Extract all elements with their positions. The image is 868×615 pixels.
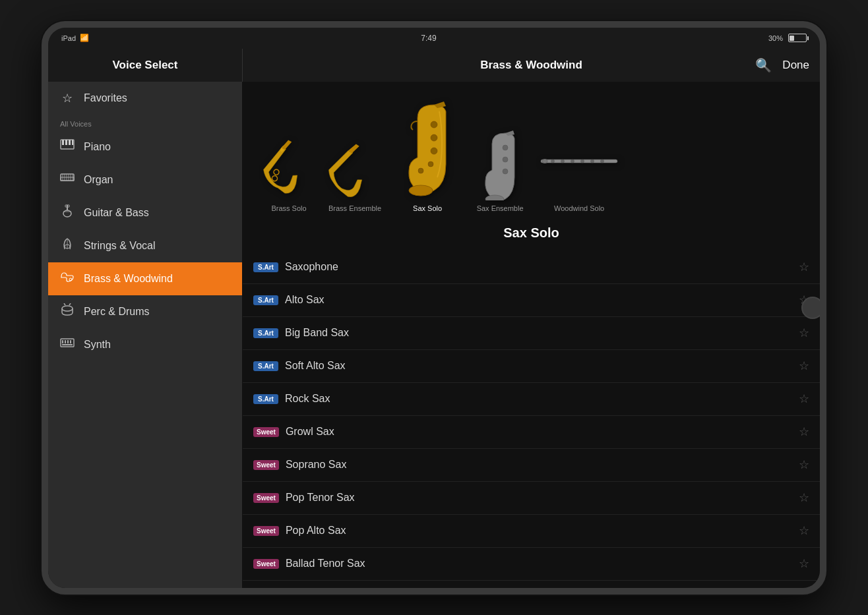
synth-icon — [60, 337, 75, 352]
voice-badge: S.Art — [253, 262, 278, 272]
voice-badge: S.Art — [253, 361, 278, 371]
svg-rect-2 — [65, 140, 67, 145]
sidebar-item-brass-woodwind[interactable]: Brass & Woodwind — [48, 262, 242, 295]
svg-rect-3 — [69, 140, 71, 145]
ipad-screen: iPad 📶 7:49 30% Voice Select Brass & Woo… — [48, 28, 820, 588]
strings-vocal-label: Strings & Vocal — [84, 240, 156, 252]
organ-icon — [60, 172, 75, 187]
voice-item[interactable]: S.Art Big Band Sax ☆ — [243, 317, 820, 350]
voice-item[interactable]: Sweet Ballad Tenor Sax ☆ — [243, 548, 820, 581]
svg-point-41 — [485, 195, 504, 200]
voice-badge: Sweet — [253, 559, 279, 569]
carousel-woodwind-solo[interactable]: Woodwind Solo — [540, 121, 619, 212]
device-label: iPad — [61, 34, 76, 42]
status-left: iPad 📶 — [61, 34, 89, 42]
woodwind-solo-label: Woodwind Solo — [554, 204, 604, 212]
carousel-brass-solo[interactable]: Brass Solo — [263, 121, 315, 212]
status-right: 30% — [768, 34, 807, 42]
favorite-star[interactable]: ☆ — [799, 425, 809, 439]
sax-ensemble-label: Sax Ensemble — [477, 204, 524, 212]
carousel-sax-ensemble[interactable]: Sax Ensemble — [474, 121, 526, 212]
perc-drums-label: Perc & Drums — [84, 306, 150, 318]
selected-instrument-title: Sax Solo — [243, 219, 820, 251]
status-bar: iPad 📶 7:49 30% — [48, 28, 820, 49]
svg-point-34 — [431, 148, 437, 154]
carousel-sax-solo[interactable]: Sax Solo — [394, 95, 460, 212]
svg-rect-28 — [62, 344, 73, 345]
voice-item[interactable]: Sweet Breathy Tenor Sax ☆ — [243, 581, 820, 588]
voice-badge: S.Art — [253, 328, 278, 338]
sidebar-item-synth[interactable]: Synth — [48, 328, 242, 361]
battery-pct-label: 30% — [768, 34, 783, 42]
svg-rect-1 — [62, 140, 64, 145]
home-button[interactable] — [801, 297, 824, 319]
instrument-carousel: Brass Solo — [243, 82, 820, 219]
sidebar-item-perc-drums[interactable]: Perc & Drums — [48, 295, 242, 328]
svg-rect-27 — [70, 340, 71, 343]
svg-point-45 — [571, 160, 574, 163]
favorite-star[interactable]: ☆ — [799, 457, 809, 472]
wifi-icon: 📶 — [80, 34, 89, 42]
svg-line-22 — [69, 303, 71, 305]
sidebar-item-favorites[interactable]: ☆ Favorites — [48, 82, 242, 115]
search-button[interactable]: 🔍 — [755, 57, 772, 73]
svg-point-39 — [503, 157, 508, 162]
svg-point-46 — [581, 160, 584, 163]
favorite-star[interactable]: ☆ — [799, 392, 809, 406]
svg-point-48 — [601, 160, 604, 163]
sidebar: ☆ Favorites All Voices — [48, 82, 243, 588]
favorite-star[interactable]: ☆ — [799, 523, 809, 538]
voice-name: Growl Sax — [286, 426, 792, 438]
carousel-brass-ensemble[interactable]: Brass Ensemble — [328, 121, 381, 212]
brass-solo-label: Brass Solo — [271, 204, 306, 212]
voice-name: Pop Alto Sax — [286, 525, 792, 537]
svg-point-40 — [503, 169, 508, 174]
favorite-star[interactable]: ☆ — [799, 490, 809, 505]
svg-point-13 — [63, 210, 71, 217]
voice-item[interactable]: Sweet Pop Alto Sax ☆ — [243, 515, 820, 548]
voice-item[interactable]: Sweet Soprano Sax ☆ — [243, 449, 820, 482]
svg-rect-4 — [72, 140, 73, 145]
favorites-icon: ☆ — [60, 91, 75, 105]
voice-item[interactable]: Sweet Growl Sax ☆ — [243, 416, 820, 449]
favorite-star[interactable]: ☆ — [799, 326, 809, 340]
brass-woodwind-label: Brass & Woodwind — [84, 273, 173, 285]
favorite-star[interactable]: ☆ — [799, 359, 809, 373]
svg-point-32 — [431, 121, 437, 128]
sidebar-item-strings-vocal[interactable]: Strings & Vocal — [48, 229, 242, 262]
voice-item[interactable]: S.Art Rock Sax ☆ — [243, 383, 820, 416]
svg-point-33 — [431, 134, 437, 141]
svg-point-47 — [591, 160, 594, 163]
voice-name: Alto Sax — [285, 294, 792, 306]
status-time: 7:49 — [421, 34, 436, 43]
piano-icon — [60, 139, 75, 154]
sidebar-item-organ[interactable]: Organ — [48, 163, 242, 196]
done-button[interactable]: Done — [782, 59, 809, 72]
main-title: Brass & Woodwind — [480, 59, 582, 72]
favorite-star[interactable]: ☆ — [799, 260, 809, 274]
voice-name: Ballad Tenor Sax — [286, 558, 792, 570]
strings-icon — [60, 237, 75, 254]
voice-badge: Sweet — [253, 427, 279, 437]
svg-point-43 — [551, 160, 555, 163]
sidebar-item-piano[interactable]: Piano — [48, 131, 242, 163]
synth-label: Synth — [84, 339, 111, 351]
svg-point-36 — [418, 168, 423, 173]
all-voices-label: All Voices — [48, 115, 242, 131]
voice-name: Soprano Sax — [286, 459, 792, 471]
voice-item[interactable]: S.Art Soft Alto Sax ☆ — [243, 350, 820, 383]
svg-point-44 — [561, 160, 565, 163]
voice-item[interactable]: S.Art Saxophone ☆ — [243, 251, 820, 284]
sidebar-header: Voice Select — [48, 49, 243, 82]
battery-fill — [790, 36, 794, 41]
svg-rect-26 — [67, 340, 69, 343]
svg-rect-24 — [62, 340, 63, 343]
voice-item[interactable]: S.Art Alto Sax ☆ — [243, 284, 820, 317]
content-area: ☆ Favorites All Voices — [48, 82, 820, 588]
favorite-star[interactable]: ☆ — [799, 556, 809, 571]
voice-name: Rock Sax — [285, 393, 792, 405]
svg-point-35 — [428, 161, 433, 167]
voice-item[interactable]: Sweet Pop Tenor Sax ☆ — [243, 482, 820, 515]
battery-icon — [788, 34, 807, 42]
sidebar-item-guitar-bass[interactable]: Guitar & Bass — [48, 196, 242, 229]
